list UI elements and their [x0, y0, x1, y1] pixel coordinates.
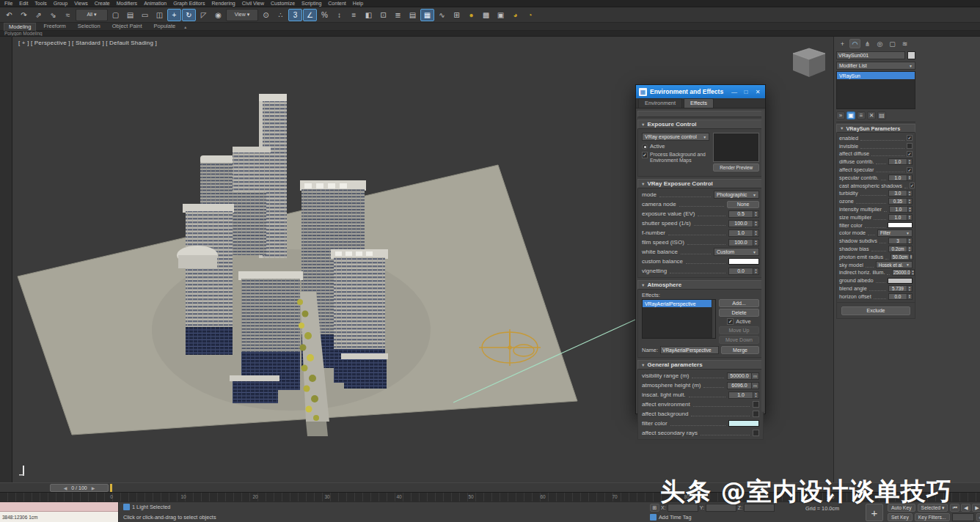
menu-group[interactable]: Group	[54, 0, 67, 7]
spinner-value[interactable]: 3.0	[888, 190, 907, 196]
picker-button[interactable]: None	[727, 201, 759, 208]
ribbon-collapse-icon[interactable]: ▴	[184, 24, 186, 29]
menu-create[interactable]: Create	[95, 0, 110, 7]
schematic-view-icon[interactable]: ⊞	[450, 9, 464, 21]
delete-effect-button[interactable]: Delete	[719, 309, 759, 317]
spinner-value[interactable]: 5.739	[888, 285, 907, 292]
edit-named-selection-sets-icon[interactable]: ≡	[347, 9, 361, 21]
dropdown[interactable]: Custom▼	[714, 248, 759, 256]
color-swatch[interactable]	[728, 258, 759, 265]
select-and-scale-icon[interactable]: ◸	[197, 9, 211, 21]
render-production-icon[interactable]: ◕	[508, 9, 522, 21]
window-crossing-icon[interactable]: ◫	[153, 9, 167, 21]
make-unique-icon[interactable]: ≡	[857, 111, 866, 120]
restore-icon[interactable]: □	[742, 89, 750, 95]
current-frame-field[interactable]	[952, 513, 974, 521]
spinner-value[interactable]: 25000.0	[892, 269, 911, 276]
color-swatch[interactable]	[728, 420, 759, 427]
toggle-layer-explorer-icon[interactable]: ▤	[406, 9, 420, 21]
spinner-stepper-icon[interactable]: ▲▼	[753, 210, 759, 218]
minimize-icon[interactable]: —	[730, 89, 739, 95]
move-up-button[interactable]: Move Up	[719, 326, 759, 334]
pin-stack-icon[interactable]: »	[836, 111, 845, 120]
macro-recorder-line[interactable]	[0, 502, 118, 512]
viewport-label[interactable]: [ + ] [ Perspective ] [ Standard ] [ Def…	[18, 40, 157, 46]
collapsed-rollout-bar[interactable]	[637, 111, 764, 117]
configure-modifier-sets-icon[interactable]: ▤	[877, 111, 886, 120]
menu-graph-editors[interactable]: Graph Editors	[173, 0, 205, 7]
prev-frame-icon[interactable]: ◀	[961, 504, 970, 512]
exposure-control-dropdown[interactable]: VRay exposure control▼	[642, 133, 709, 141]
toggle-ribbon-icon[interactable]: ▦	[420, 9, 434, 21]
checkbox[interactable]	[753, 401, 759, 408]
spinner-stepper-icon[interactable]: ▲▼	[907, 174, 913, 181]
spinner-value[interactable]: 0.0	[728, 268, 753, 275]
dropdown[interactable]: Filter▼	[877, 229, 913, 237]
dropdown[interactable]: Photographic▼	[714, 191, 759, 199]
spinner-value[interactable]: 100.0	[728, 239, 753, 246]
dialog-titlebar[interactable]: ▦ Environment and Effects — □ ✕	[636, 85, 765, 98]
unlink-selection-icon[interactable]: ⇘	[46, 9, 60, 21]
spinner-stepper-icon[interactable]: ▲▼	[908, 206, 913, 213]
list-item[interactable]: VRaySun	[837, 72, 915, 79]
spinner-stepper-icon[interactable]: ▲▼	[907, 238, 913, 244]
close-icon[interactable]: ✕	[753, 89, 762, 95]
merge-button[interactable]: Merge	[721, 346, 759, 354]
rollout-header[interactable]: ▼Exposure Control	[637, 120, 764, 129]
ribbon-tab-populate[interactable]: Populate	[150, 23, 180, 30]
spinner-value[interactable]: 6096.0	[727, 382, 752, 389]
rollout-header[interactable]: ▼VRay Exposure Control	[637, 179, 764, 188]
spinner-value[interactable]: 0.35	[888, 198, 907, 205]
effect-name-input[interactable]: VRayAerialPerspective	[660, 346, 719, 354]
spinner-stepper-icon[interactable]: ▲▼	[910, 254, 913, 260]
spinner-value[interactable]: 1.0	[728, 229, 753, 237]
spinner-stepper-icon[interactable]: ▲▼	[753, 220, 759, 227]
prev-key-icon[interactable]: ◀	[64, 485, 67, 490]
menu-animation[interactable]: Animation	[144, 0, 167, 7]
menu-edit[interactable]: Edit	[19, 0, 28, 7]
modify-tab-icon[interactable]: ◠	[849, 39, 860, 48]
menu-scripting[interactable]: Scripting	[301, 0, 321, 7]
rendered-frame-window-icon[interactable]: ▣	[494, 9, 508, 21]
spinner-value[interactable]: 3	[888, 238, 907, 244]
select-and-move-icon[interactable]: +	[167, 9, 181, 21]
ribbon-tab-object-paint[interactable]: Object Paint	[108, 23, 147, 30]
spinner-value[interactable]: 1.0	[889, 206, 908, 213]
toggle-scene-explorer-icon[interactable]: ≣	[391, 9, 405, 21]
absolute-mode-icon[interactable]: ⊞	[650, 504, 659, 512]
select-and-manipulate-icon[interactable]: ∴	[274, 9, 288, 21]
spinner-value[interactable]: 1.0	[888, 158, 907, 165]
dialog-scrollbar[interactable]	[761, 110, 764, 412]
spinner-stepper-icon[interactable]: ▲▼	[907, 198, 913, 205]
rollout-header[interactable]: ▼General parameters	[637, 360, 764, 370]
scrollbar[interactable]	[712, 300, 715, 338]
menu-content[interactable]: Content	[328, 0, 346, 7]
active-checkbox[interactable]: ✓Active	[719, 318, 759, 325]
angle-snap-icon[interactable]: ∠	[303, 9, 317, 21]
add-time-tag[interactable]: Add Time Tag	[650, 514, 691, 521]
rollout-header[interactable]: ▼VRaySun Parameters	[836, 124, 915, 133]
spinner-stepper-icon[interactable]: ▲▼	[907, 293, 913, 300]
checkbox[interactable]	[907, 143, 913, 149]
effects-list[interactable]: VRayAerialPerspective	[642, 299, 716, 339]
exclude-button[interactable]: Exclude	[841, 306, 910, 315]
set-key-button[interactable]: Set Key	[888, 513, 913, 521]
spinner-value[interactable]: 0.5	[728, 210, 753, 218]
bind-to-space-warp-icon[interactable]: ≈	[61, 9, 75, 21]
spinner-snap-icon[interactable]: ↕	[332, 9, 346, 21]
redo-icon[interactable]: ↷	[17, 9, 31, 21]
spinner-stepper-icon[interactable]: ▲▼	[907, 190, 913, 196]
spinner-value[interactable]: 50000.0	[727, 372, 752, 380]
menu-rendering[interactable]: Rendering	[211, 0, 235, 7]
menu-help[interactable]: Help	[353, 0, 363, 7]
mirror-icon[interactable]: ◧	[362, 9, 376, 21]
spinner-stepper-icon[interactable]: ▲▼	[911, 269, 915, 276]
motion-tab-icon[interactable]: ◎	[874, 39, 885, 48]
spinner-value[interactable]: 100.0	[728, 220, 753, 227]
align-icon[interactable]: ⊡	[376, 9, 390, 21]
key-filters-button[interactable]: Key Filters...	[915, 513, 950, 521]
curve-editor-icon[interactable]: ∿	[435, 9, 449, 21]
select-and-link-icon[interactable]: ⇗	[32, 9, 45, 21]
process-bg-checkbox[interactable]: ✓Process Background and Environment Maps	[642, 152, 709, 163]
color-swatch[interactable]	[888, 278, 913, 284]
